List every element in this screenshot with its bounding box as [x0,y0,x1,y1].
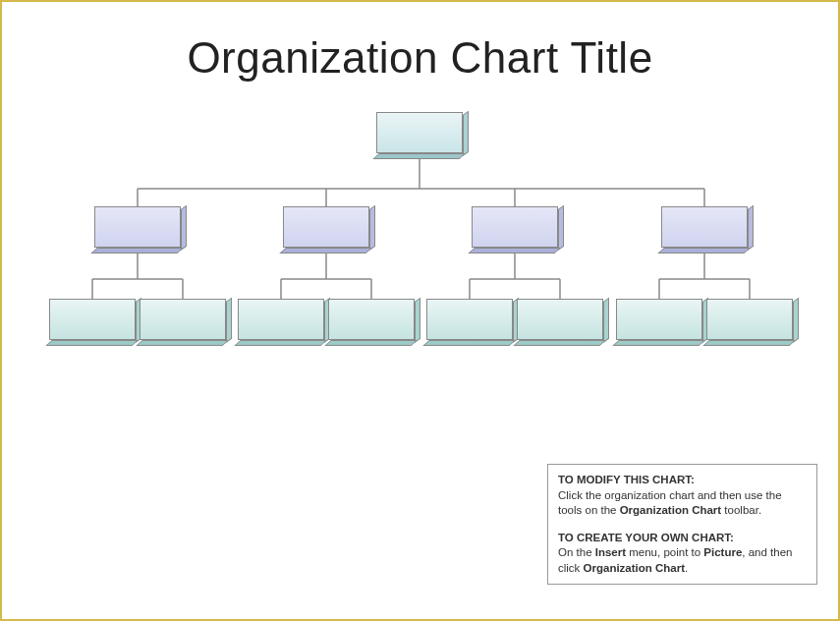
create-text-mid1: menu, point to [626,546,703,558]
org-chart[interactable] [2,102,838,417]
org-box-leaf-6[interactable] [517,299,610,346]
page-title: Organization Chart Title [2,33,838,83]
org-box-mid-4[interactable] [661,206,755,254]
create-text-pre: On the [558,546,595,558]
create-text-post: . [685,562,688,574]
org-box-mid-2[interactable] [283,206,376,254]
org-box-leaf-5[interactable] [426,299,520,346]
modify-heading: TO MODIFY THIS CHART: [558,474,695,485]
org-box-mid-1[interactable] [94,206,188,254]
org-box-leaf-1[interactable] [49,299,142,346]
modify-text-post: toolbar. [721,504,761,516]
instructions-panel: TO MODIFY THIS CHART: Click the organiza… [547,464,817,585]
create-heading: TO CREATE YOUR OWN CHART: [558,532,734,543]
create-bold-3: Organization Chart [584,562,686,574]
org-box-top[interactable] [376,112,470,159]
modify-bold-1: Organization Chart [620,504,722,516]
org-box-leaf-8[interactable] [706,299,800,346]
org-box-leaf-7[interactable] [616,299,709,346]
org-box-leaf-4[interactable] [328,299,421,346]
org-box-leaf-2[interactable] [140,299,233,346]
create-bold-1: Insert [595,546,626,558]
create-bold-2: Picture [703,546,742,558]
org-box-leaf-3[interactable] [238,299,331,346]
org-box-mid-3[interactable] [472,206,565,254]
